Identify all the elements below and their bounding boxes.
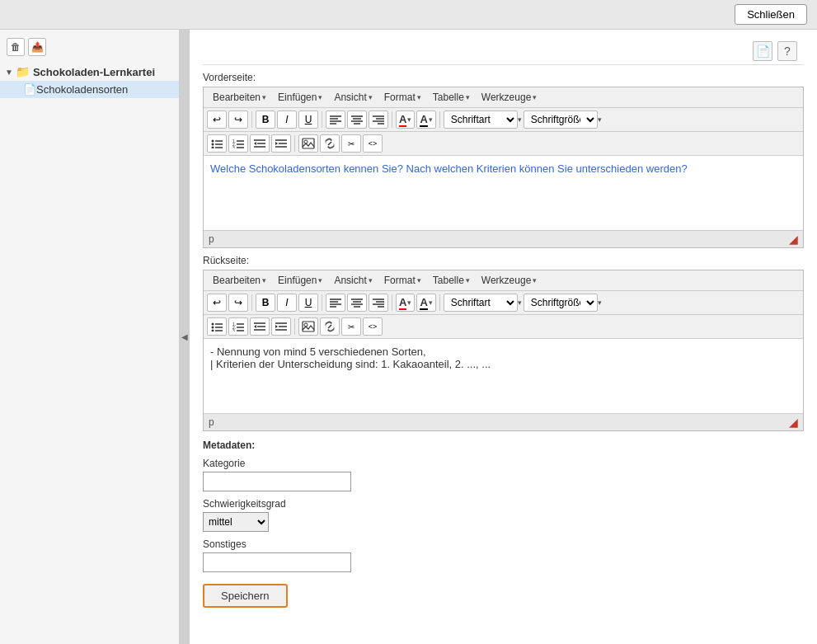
schwierigkeitsgrad-select[interactable]: leicht mittel schwer (203, 512, 269, 532)
align-center-button-back[interactable] (347, 294, 367, 312)
collapse-handle[interactable]: ◀ (180, 30, 190, 644)
link-button[interactable] (320, 134, 340, 153)
front-menu-row: Bearbeiten ▾ Einfügen ▾ Ansicht ▾ Format… (204, 87, 803, 108)
back-status-bar: p ◢ (204, 413, 803, 430)
numbered-list-button-back[interactable]: 1.2.3. (228, 317, 248, 336)
source-button[interactable]: <> (363, 134, 383, 153)
source-button-back[interactable]: <> (363, 317, 383, 336)
front-toolbar-row2: 1.2.3. ✂ <> (204, 132, 803, 156)
highlight-color-button[interactable]: A ▾ (416, 110, 435, 129)
font-size-select[interactable]: Schriftgröße (524, 110, 598, 129)
svg-point-46 (212, 323, 214, 326)
menu-ansicht-back[interactable]: Ansicht ▾ (328, 273, 378, 288)
image-button[interactable] (298, 134, 318, 153)
menu-arrow: ▾ (466, 93, 470, 101)
menu-format[interactable]: Format ▾ (378, 90, 427, 105)
align-center-button[interactable] (347, 110, 367, 129)
export-icon[interactable]: 📤 (28, 38, 46, 56)
italic-button[interactable]: I (277, 110, 297, 129)
svg-rect-66 (303, 322, 314, 331)
separator (439, 294, 440, 311)
menu-arrow: ▾ (369, 276, 373, 284)
top-right-icons: 📄 ? (203, 38, 804, 65)
image-button-back[interactable] (298, 317, 318, 336)
font-family-select[interactable]: Schriftart (444, 110, 518, 129)
font-size-select-back[interactable]: Schriftgröße (524, 294, 598, 312)
undo-button[interactable]: ↩ (207, 110, 227, 129)
front-resize-handle[interactable]: ◢ (789, 233, 798, 246)
bold-button[interactable]: B (256, 110, 275, 129)
align-right-button[interactable] (369, 110, 388, 129)
align-left-button[interactable] (326, 110, 345, 129)
front-editor: Bearbeiten ▾ Einfügen ▾ Ansicht ▾ Format… (203, 87, 804, 248)
menu-werkzeuge[interactable]: Werkzeuge ▾ (476, 90, 542, 105)
align-right-button-back[interactable] (369, 294, 388, 312)
menu-tabelle[interactable]: Tabelle ▾ (427, 90, 476, 105)
menu-ansicht[interactable]: Ansicht ▾ (328, 90, 378, 105)
tree-child-label: Schokoladensorten (36, 83, 128, 96)
save-doc-icon[interactable]: 📄 (753, 41, 772, 61)
kategorie-input[interactable] (203, 472, 351, 491)
svg-text:3.: 3. (232, 145, 236, 148)
link-button-back[interactable] (320, 317, 340, 336)
tree-root[interactable]: ▼ 📁 Schokoladen-Lernkartei (0, 63, 179, 81)
highlight-color-button-back[interactable]: A ▾ (416, 294, 435, 312)
main-layout: 🗑 📤 ▼ 📁 Schokoladen-Lernkartei 📄 Schokol… (0, 30, 817, 644)
schwierigkeitsgrad-field: leicht mittel schwer (203, 512, 804, 532)
save-button[interactable]: Speichern (203, 584, 288, 608)
back-status-text: p (209, 416, 214, 428)
back-editor-content[interactable]: - Nennung von mind 5 verschiedenen Sorte… (204, 339, 803, 413)
menu-arrow: ▾ (318, 93, 322, 101)
separator (322, 294, 322, 311)
font-color-a-back: A (399, 296, 406, 310)
menu-bearbeiten-back[interactable]: Bearbeiten ▾ (207, 273, 272, 288)
menu-einfuegen-back[interactable]: Einfügen ▾ (272, 273, 328, 288)
increase-indent-button-back[interactable] (271, 317, 291, 336)
underline-button[interactable]: U (298, 110, 318, 129)
kategorie-label: Kategorie (203, 458, 804, 469)
bullet-list-button-back[interactable] (207, 317, 227, 336)
sonstiges-input[interactable] (203, 552, 351, 572)
front-editor-content[interactable]: Welche Schokoladensorten kennen Sie? Nac… (204, 156, 803, 230)
numbered-list-button[interactable]: 1.2.3. (228, 134, 248, 153)
special-char-button[interactable]: ✂ (341, 134, 361, 153)
decrease-indent-button-back[interactable] (250, 317, 270, 336)
font-color-a: A (399, 113, 406, 127)
close-button[interactable]: Schließen (735, 4, 807, 25)
delete-icon[interactable]: 🗑 (7, 38, 25, 56)
redo-button[interactable]: ↪ (228, 110, 248, 129)
front-status-text: p (209, 233, 214, 245)
italic-button-back[interactable]: I (277, 294, 297, 312)
align-left-button-back[interactable] (326, 294, 345, 312)
special-char-button-back[interactable]: ✂ (341, 317, 361, 336)
help-icon[interactable]: ? (777, 41, 797, 61)
menu-werkzeuge-back[interactable]: Werkzeuge ▾ (476, 273, 542, 288)
schwierigkeitsgrad-label: Schwierigkeitsgrad (203, 498, 804, 510)
doc-icon: 📄 (23, 83, 36, 96)
back-section-label: Rückseite: (203, 255, 804, 266)
bullet-list-button[interactable] (207, 134, 227, 153)
font-family-select-back[interactable]: Schriftart (444, 294, 518, 312)
highlight-arrow: ▾ (429, 115, 433, 124)
back-menus: Bearbeiten ▾ Einfügen ▾ Ansicht ▾ Format… (207, 273, 542, 288)
decrease-indent-button[interactable] (250, 134, 270, 153)
undo-button-back[interactable]: ↩ (207, 294, 227, 312)
underline-button-back[interactable]: U (298, 294, 318, 312)
bold-button-back[interactable]: B (256, 294, 275, 312)
redo-button-back[interactable]: ↪ (228, 294, 248, 312)
font-color-button[interactable]: A ▾ (396, 110, 415, 129)
increase-indent-button[interactable] (271, 134, 291, 153)
svg-text:3.: 3. (232, 328, 236, 331)
menu-bearbeiten[interactable]: Bearbeiten ▾ (207, 90, 272, 105)
svg-rect-32 (303, 139, 314, 148)
font-color-button-back[interactable]: A ▾ (396, 294, 415, 312)
menu-einfuegen[interactable]: Einfügen ▾ (272, 90, 328, 105)
metadata-section: Metadaten: Kategorie Schwierigkeitsgrad … (203, 440, 804, 608)
back-resize-handle[interactable]: ◢ (789, 416, 798, 429)
svg-point-14 (212, 143, 214, 146)
menu-tabelle-back[interactable]: Tabelle ▾ (427, 273, 476, 288)
tree-child-item[interactable]: 📄 Schokoladensorten (0, 81, 179, 98)
menu-arrow: ▾ (369, 93, 373, 101)
menu-format-back[interactable]: Format ▾ (378, 273, 427, 288)
font-family-arrow-back: ▾ (518, 298, 522, 307)
